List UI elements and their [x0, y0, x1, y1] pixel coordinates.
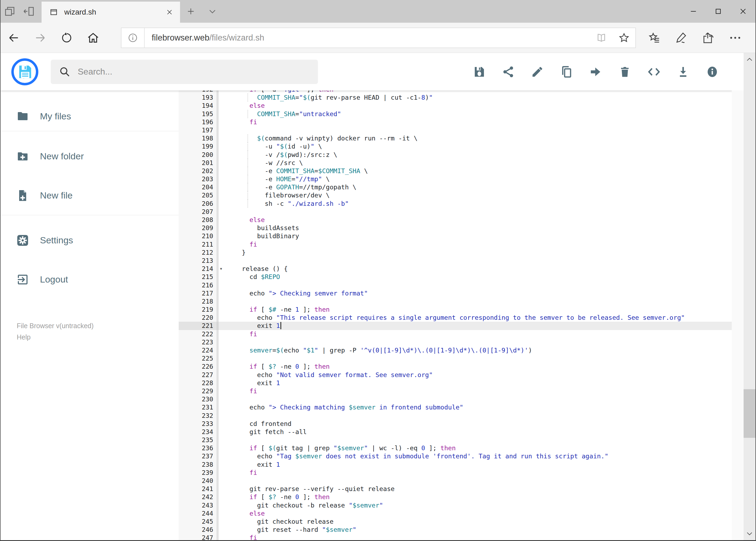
code-line[interactable]: 227 echo "Not valid semver format. See s…	[179, 371, 733, 379]
code-area[interactable]: 192 if [ -d ".git" ]; then193 COMMIT_SHA…	[179, 91, 733, 540]
help-link[interactable]: Help	[17, 331, 179, 343]
sidebar-item-my-files[interactable]: My files	[1, 101, 179, 131]
sidebar-item-settings[interactable]: Settings	[1, 221, 179, 260]
sidebar-item-logout[interactable]: Logout	[1, 260, 179, 299]
code-line[interactable]: 215 cd $REPO	[179, 273, 733, 281]
code-line[interactable]: 221 exit 1	[179, 322, 733, 330]
code-line[interactable]: 197	[179, 126, 733, 134]
code-line[interactable]: 218	[179, 297, 733, 305]
code-line[interactable]: 208 else	[179, 216, 733, 224]
copy-button[interactable]	[552, 57, 581, 86]
annotate-button[interactable]	[668, 31, 695, 44]
code-line[interactable]: 206 sh -c "./wizard.sh -b"	[179, 200, 733, 208]
code-line[interactable]: 231 echo "> Checking matching $semver in…	[179, 403, 733, 411]
maximize-button[interactable]	[706, 0, 731, 23]
minimize-button[interactable]	[681, 0, 706, 23]
code-line[interactable]: 236 if [ $(git tag | grep "$semver" | wc…	[179, 444, 733, 452]
code-line[interactable]: 195 COMMIT_SHA="untracked"	[179, 110, 733, 118]
code-line[interactable]: 204 -e GOPATH=//tmp/gopath \	[179, 183, 733, 191]
tab-preview-button[interactable]	[1, 0, 19, 23]
code-line[interactable]: 244 else	[179, 509, 733, 517]
code-line[interactable]: 234 git fetch --all	[179, 428, 733, 436]
download-button[interactable]	[668, 57, 698, 86]
code-line[interactable]: 212}	[179, 249, 733, 257]
code-line[interactable]: 209 buildAssets	[179, 224, 733, 232]
code-line[interactable]: 205 filebrowser/dev \	[179, 191, 733, 199]
scroll-up-arrow[interactable]	[744, 54, 755, 65]
page-scrollbar[interactable]	[744, 53, 755, 540]
code-line[interactable]: 196 fi	[179, 118, 733, 126]
home-button[interactable]	[80, 23, 106, 53]
code-line[interactable]: 226 if [ $? -ne 0 ]; then	[179, 362, 733, 370]
favorites-hub-button[interactable]	[641, 31, 668, 44]
code-line[interactable]: 245 git checkout release	[179, 517, 733, 526]
refresh-button[interactable]	[54, 23, 80, 53]
code-line[interactable]: 199 -u "$(id -u)" \	[179, 142, 733, 151]
reading-view-button[interactable]	[590, 28, 613, 48]
code-line[interactable]: 239 fi	[179, 469, 733, 477]
code-line[interactable]: 213	[179, 257, 733, 265]
tab-list-button[interactable]	[202, 0, 223, 23]
code-line[interactable]: 235	[179, 436, 733, 444]
code-line[interactable]: 219 if [ $# -ne 1 ]; then	[179, 305, 733, 313]
fold-arrow-icon[interactable]: ▾	[216, 265, 226, 273]
code-line[interactable]: 237 echo "Tag $semver does not exist in …	[179, 452, 733, 460]
code-line[interactable]: 230	[179, 395, 733, 403]
code-line[interactable]: 233 cd frontend	[179, 420, 733, 428]
address-bar[interactable]: filebrowser.web/files/wizard.sh	[121, 28, 636, 48]
tab-close-icon[interactable]	[166, 9, 173, 16]
favorite-button[interactable]	[613, 28, 635, 48]
code-line[interactable]: 241 git rev-parse --verify --quiet relea…	[179, 485, 733, 493]
code-line[interactable]: 243 git checkout -b release "$semver"	[179, 501, 733, 509]
code-line[interactable]: 223	[179, 338, 733, 346]
code-line[interactable]: 229 fi	[179, 387, 733, 395]
code-line[interactable]: 220 echo "This release script requires a…	[179, 313, 733, 322]
edit-button[interactable]	[523, 57, 552, 86]
info-button[interactable]	[698, 57, 727, 86]
code-view-button[interactable]	[639, 57, 668, 86]
code-editor[interactable]: 192 if [ -d ".git" ]; then193 COMMIT_SHA…	[179, 91, 733, 540]
move-button[interactable]	[581, 57, 610, 86]
url-text[interactable]: filebrowser.web/files/wizard.sh	[152, 33, 590, 43]
sidebar-item-new-file[interactable]: New file	[1, 176, 179, 215]
code-line[interactable]: 247 fi	[179, 534, 733, 540]
close-button[interactable]	[731, 0, 755, 23]
search-box[interactable]	[51, 60, 318, 84]
code-line[interactable]: 207	[179, 208, 733, 216]
code-line[interactable]: 246 git reset --hard "$semver"	[179, 526, 733, 534]
code-line[interactable]: 194 else	[179, 102, 733, 110]
code-line[interactable]: 202 -e COMMIT_SHA=$COMMIT_SHA \	[179, 167, 733, 175]
code-line[interactable]: 210 buildBinary	[179, 232, 733, 240]
site-info-button[interactable]	[122, 28, 145, 48]
code-line[interactable]: 200 -v /$(pwd):/src:z \	[179, 151, 733, 159]
more-button[interactable]	[722, 31, 749, 44]
code-line[interactable]: 240	[179, 477, 733, 485]
delete-button[interactable]	[610, 57, 639, 86]
code-line[interactable]: 217 echo "> Checking semver format"	[179, 289, 733, 297]
code-line[interactable]: 232	[179, 412, 733, 420]
code-line[interactable]: 224 semver=$(echo "$1" | grep -P '^v(0|[…	[179, 346, 733, 354]
code-line[interactable]: 222 fi	[179, 330, 733, 338]
code-line[interactable]: 198 $(command -v winpty) docker run --rm…	[179, 134, 733, 142]
search-input[interactable]	[78, 67, 299, 77]
sidebar-item-new-folder[interactable]: New folder	[1, 137, 179, 176]
share-button[interactable]	[695, 31, 722, 44]
scroll-down-arrow[interactable]	[744, 528, 755, 540]
share-file-button[interactable]	[494, 57, 523, 86]
set-tabs-aside-button[interactable]	[19, 0, 38, 23]
code-line[interactable]: 214▾release () {	[179, 265, 733, 273]
forward-button[interactable]	[27, 23, 54, 53]
new-tab-button[interactable]	[180, 0, 202, 23]
code-line[interactable]: 225	[179, 354, 733, 362]
code-line[interactable]: 193 COMMIT_SHA="$(git rev-parse HEAD | c…	[179, 94, 733, 102]
code-line[interactable]: 211 fi	[179, 241, 733, 249]
browser-tab[interactable]: wizard.sh	[42, 2, 180, 23]
code-line[interactable]: 192 if [ -d ".git" ]; then	[179, 91, 733, 94]
scrollbar-thumb[interactable]	[744, 389, 755, 438]
code-line[interactable]: 228 exit 1	[179, 379, 733, 387]
save-button[interactable]	[464, 57, 494, 86]
code-line[interactable]: 242 if [ $? -ne 0 ]; then	[179, 493, 733, 501]
code-line[interactable]: 238 exit 1	[179, 460, 733, 469]
app-logo[interactable]	[11, 58, 38, 85]
code-line[interactable]: 216	[179, 281, 733, 289]
